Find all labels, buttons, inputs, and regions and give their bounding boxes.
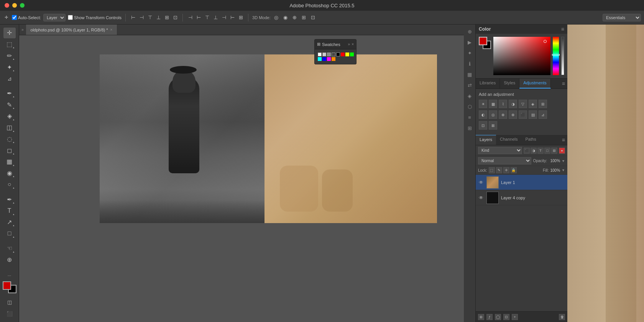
3d-icon-5[interactable]: ⊡ — [310, 14, 317, 21]
swatch-white[interactable] — [318, 53, 322, 56]
swatch-blue[interactable] — [322, 57, 326, 61]
chart-icon[interactable]: ▦ — [466, 71, 473, 78]
lock-position-icon[interactable]: ✛ — [503, 167, 509, 173]
transform-icon[interactable]: ⊞ — [466, 124, 473, 132]
align-left-icon[interactable]: ⊢ — [130, 14, 136, 21]
color-gradient-picker[interactable] — [493, 37, 550, 75]
maximize-button[interactable] — [20, 3, 25, 8]
auto-select-checkbox[interactable]: Auto-Select: — [12, 15, 41, 20]
path-select-tool[interactable]: ↗▲ — [3, 217, 16, 228]
dist-bottom-icon[interactable]: ⊢ — [229, 14, 236, 21]
new-group-icon[interactable]: ⊡ — [503, 314, 509, 320]
adj-panel-menu-icon[interactable]: ≡ — [560, 79, 567, 89]
filter-toggle-icon[interactable]: ● — [559, 148, 565, 154]
lock-all-icon[interactable]: 🔒 — [511, 167, 517, 173]
align-top-icon[interactable]: ⊥ — [155, 14, 162, 21]
colorbalance-adj-icon[interactable]: ⊞ — [539, 100, 547, 108]
curves-adj-icon[interactable]: ⌇ — [499, 100, 507, 108]
blur-tool[interactable]: ◉▲ — [3, 168, 16, 179]
auto-select-type-select[interactable]: Layer — [43, 14, 66, 21]
align-right-icon[interactable]: ⊤ — [146, 14, 153, 21]
history-brush-tool[interactable]: ◌▲ — [3, 134, 16, 145]
zoom-tool[interactable]: ⊕ — [3, 255, 16, 265]
quick-mask-button[interactable]: ◫ — [3, 297, 16, 308]
swatch-darkgray[interactable] — [332, 53, 335, 56]
link-layers-icon[interactable]: ⊞ — [478, 314, 484, 320]
play-icon[interactable]: ▶ — [466, 38, 473, 46]
tab-libraries[interactable]: Libraries — [476, 79, 500, 89]
swatch-cyan[interactable] — [318, 57, 322, 61]
opacity-dropdown-icon[interactable]: ▼ — [562, 159, 565, 163]
dist-right-icon[interactable]: ⊣ — [220, 14, 227, 21]
lock-transparent-icon[interactable]: ⬚ — [489, 167, 495, 173]
dodge-tool[interactable]: ○▲ — [3, 179, 16, 190]
dist-extra-icon[interactable]: ⊞ — [237, 14, 244, 21]
swatches-body[interactable] — [315, 49, 356, 64]
foreground-color-swatch[interactable] — [3, 281, 11, 290]
pin-icon[interactable]: ◈ — [466, 92, 473, 100]
dist-top-icon[interactable]: ⊤ — [204, 14, 210, 21]
threshold-adj-icon[interactable]: ⊿ — [539, 110, 547, 119]
table-row[interactable]: 👁 Layer 4 copy — [476, 190, 567, 205]
marquee-tool[interactable]: ⬚▲ — [3, 39, 16, 50]
new-layer-icon[interactable]: + — [512, 314, 518, 320]
blend-mode-select[interactable]: Normal — [478, 157, 531, 164]
fill-dropdown-icon[interactable]: ▼ — [562, 168, 565, 172]
info-icon[interactable]: ℹ — [466, 60, 473, 67]
3d-icon-1[interactable]: ◎ — [273, 14, 280, 21]
gradient-tool[interactable]: ▦▲ — [3, 156, 16, 167]
swatch-orange[interactable] — [332, 57, 335, 61]
screen-mode-button[interactable]: ⬛ — [3, 308, 16, 319]
minimize-button[interactable] — [12, 3, 17, 8]
hsl-adj-icon[interactable]: ◈ — [529, 100, 537, 108]
bw-adj-icon[interactable]: ◐ — [479, 110, 487, 119]
dist-left-icon[interactable]: ⊣ — [187, 14, 194, 21]
tab-styles[interactable]: Styles — [500, 79, 519, 89]
brightness-adj-icon[interactable]: ☀ — [479, 100, 487, 108]
type-tool[interactable]: T▲ — [3, 205, 16, 216]
eraser-tool[interactable]: ◻▲ — [3, 145, 16, 156]
3d-icon-4[interactable]: ⊞ — [301, 14, 307, 21]
photofilter-adj-icon[interactable]: ◎ — [489, 110, 497, 119]
shape-filter-icon[interactable]: □ — [544, 148, 550, 154]
layers-tab-paths[interactable]: Paths — [522, 135, 540, 145]
opacity-slider[interactable] — [561, 37, 564, 75]
swatches-controls[interactable]: » × — [348, 42, 354, 46]
smartobj-filter-icon[interactable]: ⊞ — [551, 148, 557, 154]
layers-panel-menu-icon[interactable]: ≡ — [560, 135, 567, 145]
more-tools-button[interactable]: … — [3, 269, 16, 280]
align-bottom-icon[interactable]: ⊡ — [172, 14, 179, 21]
color-swatches[interactable] — [3, 281, 16, 293]
heal-tool[interactable]: ✎▲ — [3, 99, 16, 110]
add-style-icon[interactable]: ƒ — [486, 314, 493, 320]
swatch-green[interactable] — [350, 53, 354, 56]
gradientmap-adj-icon[interactable]: ⊡ — [479, 121, 487, 130]
lock-pixels-icon[interactable]: ✎ — [496, 167, 502, 173]
swatch-lightgray[interactable] — [322, 53, 326, 56]
exposure-adj-icon[interactable]: ◑ — [509, 100, 517, 108]
stamp-tool[interactable]: ◫▲ — [3, 122, 16, 133]
kind-filter-select[interactable]: Kind — [478, 147, 522, 154]
posterize-adj-icon[interactable]: ▤ — [529, 110, 537, 119]
window-controls[interactable] — [5, 3, 25, 8]
fill-value[interactable]: 100% — [550, 168, 560, 172]
lightbulb-icon[interactable]: ✦ — [466, 49, 473, 57]
swatch-yellow[interactable] — [345, 53, 349, 56]
swatches-close-icon[interactable]: × — [352, 42, 354, 46]
channelmixer-adj-icon[interactable]: ⊗ — [499, 110, 507, 119]
eyedropper-tool[interactable]: ✒▲ — [3, 88, 16, 99]
cube-icon[interactable]: ⬡ — [466, 103, 473, 110]
3d-icon-3[interactable]: ⊕ — [291, 14, 298, 21]
layer-visibility-icon[interactable]: 👁 — [478, 195, 484, 201]
tab-scroll-left[interactable]: » — [19, 28, 26, 32]
move-tool-button[interactable]: ✛ — [3, 14, 10, 21]
hue-slider[interactable] — [553, 37, 559, 75]
crop-tool[interactable]: ⊿ — [3, 73, 16, 84]
swatch-gray[interactable] — [327, 53, 331, 56]
show-transform-checkbox[interactable]: Show Transform Controls — [68, 15, 122, 20]
swatch-black[interactable] — [336, 53, 340, 56]
color-panel-menu-icon[interactable]: ≡ — [561, 26, 564, 32]
dist-v-icon[interactable]: ⊥ — [212, 14, 219, 21]
layers-tab-layers[interactable]: Layers — [476, 135, 496, 145]
fg-color-swatch[interactable] — [479, 37, 487, 45]
